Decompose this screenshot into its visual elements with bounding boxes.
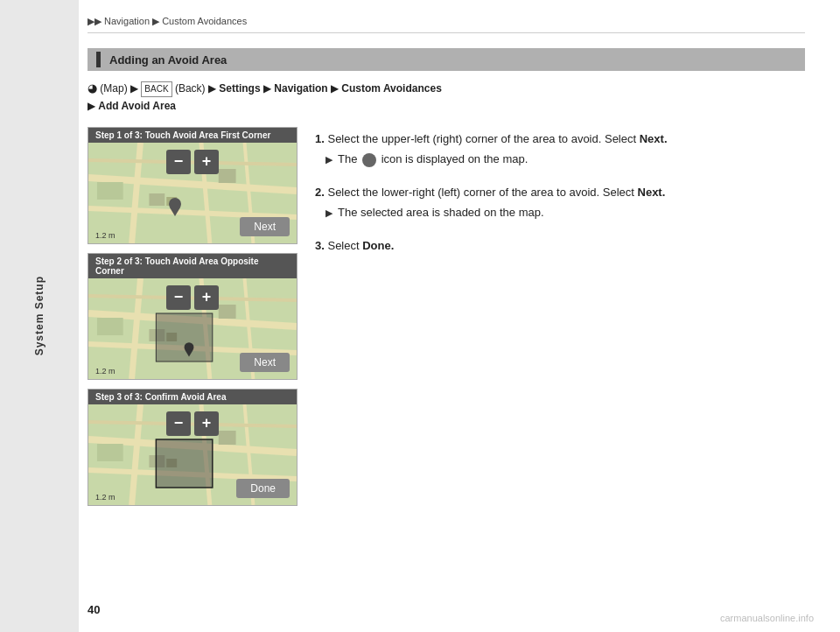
nav-arr3: ▶ [88, 100, 98, 112]
step-1-num: 1. [315, 132, 325, 145]
svg-rect-7 [149, 193, 164, 206]
nav-navigation: Navigation [274, 82, 327, 95]
step-3-num: 3. [315, 239, 325, 252]
map-header-2: Step 2 of 3: Touch Avoid Area Opposite C… [88, 254, 297, 278]
map-box-3: Step 3 of 3: Confirm Avoid Area [88, 389, 298, 506]
map-scale-3: 1.2 m [95, 493, 116, 502]
step-1-text: 1. Select the upper-left (right) corner … [315, 130, 805, 148]
nav-back-icon: BACK [141, 81, 172, 97]
svg-rect-10 [97, 182, 123, 200]
map-box-2: Step 2 of 3: Touch Avoid Area Opposite C… [88, 253, 298, 380]
section-bar-icon [96, 52, 101, 67]
watermark: carmanualsonline.info [720, 613, 814, 623]
map-controls-3: − + [166, 411, 219, 436]
map-header-1: Step 1 of 3: Touch Avoid Area First Corn… [88, 128, 297, 143]
map-done-btn[interactable]: Done [236, 479, 290, 498]
zoom-in-btn-2[interactable]: + [194, 285, 219, 310]
nav-custom-avoidances: Custom Avoidances [341, 82, 441, 95]
step-1: 1. Select the upper-left (right) corner … [315, 130, 805, 168]
map-header-3: Step 3 of 3: Confirm Avoid Area [88, 390, 297, 404]
nav-add-avoid: Add Avoid Area [98, 100, 176, 112]
step-2-num: 2. [315, 186, 325, 199]
step-3: 3. Select Done. [315, 237, 805, 255]
step-2-bold: Next. [638, 186, 666, 199]
step-1-sub: ▶ The icon is displayed on the map. [315, 151, 805, 168]
svg-rect-36 [219, 431, 236, 445]
step-3-text: 3. Select Done. [315, 237, 805, 255]
step-2: 2. Select the lower-right (left) corner … [315, 184, 805, 221]
step-1-bold: Next. [640, 132, 668, 145]
breadcrumb-text: ▶▶ Navigation ▶ Custom Avoidances [88, 16, 247, 26]
section-title: Adding an Avoid Area [109, 53, 227, 67]
instructions-column: 1. Select the upper-left (right) corner … [315, 127, 805, 270]
step-2-sub: ▶ The selected area is shaded on the map… [315, 204, 805, 221]
step-3-bold: Done. [362, 239, 394, 252]
zoom-out-btn-3[interactable]: − [166, 411, 191, 436]
svg-rect-22 [219, 305, 236, 319]
sidebar-label: System Setup [33, 276, 46, 355]
nav-map: (Map) ▶ [100, 82, 141, 95]
map-box-1: Step 1 of 3: Touch Avoid Area First Corn… [88, 127, 298, 244]
step-2-text: 2. Select the lower-right (left) corner … [315, 184, 805, 201]
step-1-sub-text: The icon is displayed on the map. [338, 151, 528, 168]
step-1-arrow-icon: ▶ [326, 152, 332, 167]
zoom-out-btn-2[interactable]: − [166, 285, 191, 310]
svg-marker-12 [170, 207, 180, 216]
nav-icon: ◕ [88, 81, 97, 95]
sidebar: System Setup [0, 0, 79, 632]
nav-back: (Back) ▶ [175, 82, 219, 95]
map-next-btn-2[interactable]: Next [240, 353, 290, 372]
breadcrumb: ▶▶ Navigation ▶ Custom Avoidances [88, 16, 805, 33]
nav-settings: Settings [219, 82, 260, 95]
nav-path: ◕ (Map) ▶ BACK (Back) ▶ Settings ▶ Navig… [88, 80, 805, 115]
nav-arr1: ▶ [263, 82, 274, 95]
zoom-out-btn-1[interactable]: − [166, 150, 191, 174]
section-header: Adding an Avoid Area [88, 48, 805, 71]
map-scale-2: 1.2 m [95, 367, 116, 376]
svg-rect-9 [219, 169, 236, 183]
svg-marker-26 [185, 350, 192, 357]
svg-rect-23 [97, 318, 123, 335]
map-pin-1 [167, 197, 183, 219]
nav-arr2: ▶ [331, 82, 341, 95]
map-pin-inline-icon [362, 153, 376, 167]
map-controls-2: − + [166, 285, 219, 310]
page-number: 40 [88, 603, 100, 616]
svg-rect-37 [97, 444, 123, 461]
content-layout: Step 1 of 3: Touch Avoid Area First Corn… [88, 127, 805, 506]
step-2-sub-text: The selected area is shaded on the map. [338, 204, 544, 221]
map-controls-1: − + [166, 150, 219, 174]
zoom-in-btn-3[interactable]: + [194, 411, 219, 436]
map-scale-1: 1.2 m [95, 231, 116, 240]
zoom-in-btn-1[interactable]: + [194, 150, 219, 174]
svg-rect-38 [156, 439, 212, 488]
main-content: Adding an Avoid Area ◕ (Map) ▶ BACK (Bac… [88, 48, 805, 606]
maps-column: Step 1 of 3: Touch Avoid Area First Corn… [88, 127, 298, 506]
map-pin-2 [183, 341, 195, 360]
map-next-btn-1[interactable]: Next [240, 217, 290, 236]
step-2-arrow-icon: ▶ [326, 206, 332, 221]
